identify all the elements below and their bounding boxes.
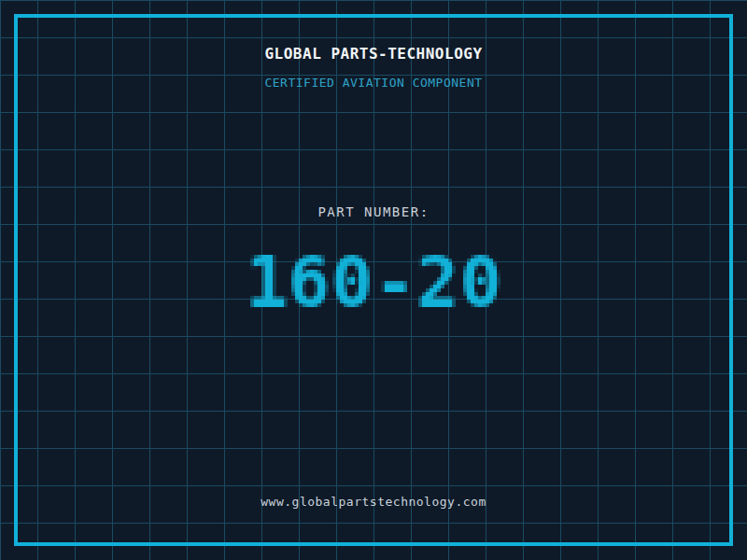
company-name: GLOBAL PARTS-TECHNOLOGY: [0, 45, 747, 63]
part-number-label: PART NUMBER:: [0, 204, 747, 219]
website-url: www.globalpartstechnology.com: [0, 495, 747, 509]
certification-tagline: CERTIFIED AVIATION COMPONENT: [0, 76, 747, 90]
blueprint-card: GLOBAL PARTS-TECHNOLOGY CERTIFIED AVIATI…: [0, 0, 747, 560]
part-number-display: [232, 240, 515, 322]
